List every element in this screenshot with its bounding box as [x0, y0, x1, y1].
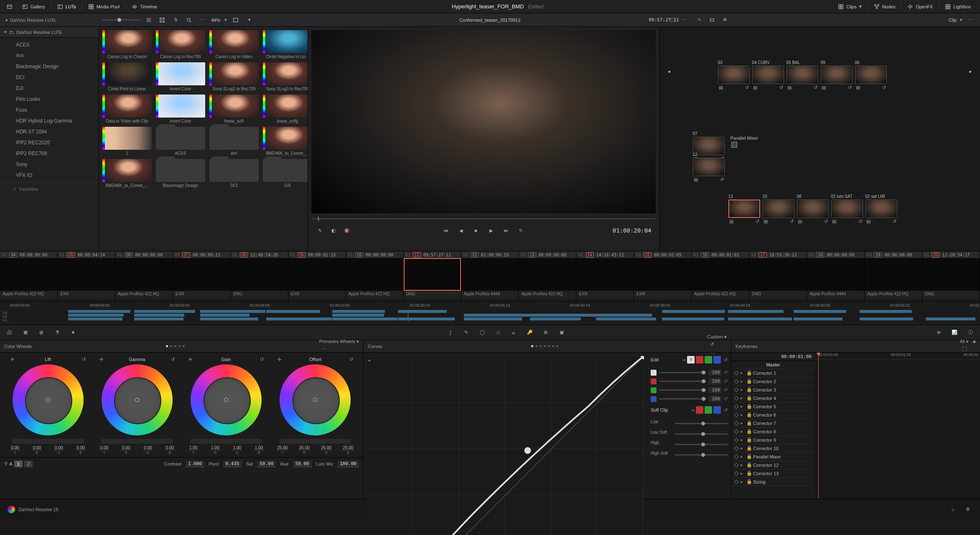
keyframe-row[interactable]: ▸🔒Corrector 9: [731, 436, 815, 444]
lut-folder-item[interactable]: Foos: [0, 105, 99, 115]
node[interactable]: 13▤↺: [728, 194, 760, 225]
mediapool-tab[interactable]: Media Pool: [84, 2, 124, 11]
wheel-value[interactable]: 0.00: [32, 445, 42, 451]
lut-item[interactable]: Blackmagic Design: [156, 159, 205, 188]
grid-view-icon[interactable]: [158, 15, 167, 25]
lut-item[interactable]: Canon Log to Cineon: [102, 30, 152, 59]
intensity-value[interactable]: 100: [709, 378, 721, 384]
clips-menu[interactable]: Clips ▾: [834, 2, 865, 11]
channel-g[interactable]: [705, 356, 712, 363]
thumb-size-slider[interactable]: [102, 19, 140, 20]
timeline-ruler[interactable]: 00:59:50:0000:59:56:0201:00:02:0401:00:0…: [0, 301, 980, 325]
node[interactable]: 08▤↺: [797, 194, 829, 225]
openfx-tab[interactable]: OpenFX: [903, 2, 937, 11]
options-icon-1[interactable]: ⋯: [198, 15, 207, 25]
reset-icon[interactable]: ↺: [724, 407, 728, 413]
clip-strip-item[interactable]: V11000:00:00:00Apple ProRes 422 HQ: [346, 251, 404, 301]
node[interactable]: 01 lum SAT▤↺: [831, 194, 863, 225]
lut-item[interactable]: Cintel Negative to Lin...: [263, 30, 308, 59]
node[interactable]: 03▤↺: [718, 60, 750, 91]
lut-folder-item[interactable]: DCI: [0, 72, 99, 83]
clip-strip-item[interactable]: V10400:00:00:00Apple ProRes 422 HQ: [0, 251, 58, 301]
picker-icon[interactable]: ✛: [98, 357, 104, 363]
softclip-b[interactable]: [713, 406, 721, 414]
lock-icon[interactable]: 🔒: [746, 471, 751, 476]
motion-icon[interactable]: ★: [69, 328, 78, 337]
wheel-value[interactable]: 0.00: [75, 445, 86, 451]
loop-icon[interactable]: ↻: [517, 226, 526, 235]
sizing-icon[interactable]: ⊞: [541, 328, 550, 337]
wheel-value[interactable]: 0.00: [10, 445, 20, 451]
track[interactable]: [10, 317, 980, 320]
wheel-value[interactable]: 1.00: [210, 445, 220, 451]
tree-arrow-icon[interactable]: ◂: [5, 17, 8, 23]
reset-icon[interactable]: ↺: [724, 396, 728, 402]
keyframe-row[interactable]: ▸🔒Sizing: [731, 478, 815, 486]
lock-icon[interactable]: 🔒: [746, 420, 751, 426]
clip-strip-item[interactable]: V11718:55:30:12DNG: [749, 251, 807, 301]
lut-tree-header[interactable]: ▾ 🗀 DaVinci Resolve LUTs: [0, 27, 99, 38]
window-icon[interactable]: ◯: [478, 328, 487, 337]
tree-arrow-icon[interactable]: ▸: [741, 412, 744, 417]
sat-value[interactable]: 50.00: [257, 461, 276, 467]
intensity-slider[interactable]: [659, 389, 706, 391]
color-wheels-icon[interactable]: ◎: [37, 328, 46, 337]
tree-arrow-icon[interactable]: ▸: [741, 379, 744, 384]
wheel-value[interactable]: 25.00: [276, 445, 289, 451]
clip-strip-item[interactable]: V12012:20:34:17DNG: [922, 251, 980, 301]
tree-arrow-icon[interactable]: ▸: [741, 420, 744, 426]
tree-arrow-icon[interactable]: ▸: [741, 370, 744, 376]
node[interactable]: 10▤↺: [763, 194, 794, 225]
jog-wheel[interactable]: [280, 439, 351, 444]
color-wheel[interactable]: [280, 364, 351, 435]
lock-icon[interactable]: 🔒: [746, 454, 751, 459]
wheel-value[interactable]: 1.00: [254, 445, 264, 451]
expand-icon[interactable]: ⛶: [960, 344, 969, 353]
reset-icon[interactable]: ↺: [724, 357, 728, 363]
picker-icon[interactable]: ✛: [188, 357, 193, 363]
lut-item[interactable]: DCI: [209, 159, 259, 188]
wheel-value[interactable]: 25.00: [341, 445, 354, 451]
intensity-value[interactable]: 100: [709, 369, 721, 376]
reset-icon[interactable]: ↺: [707, 340, 716, 349]
keyframe-row[interactable]: ▸🔒Corrector 10: [731, 444, 815, 453]
lut-item[interactable]: Sony SLog2 to Rec709: [209, 62, 259, 91]
lummix-value[interactable]: 100.00: [337, 461, 359, 467]
lut-item[interactable]: BMD46K_to_Comet_...: [263, 127, 308, 156]
lut-item[interactable]: BMD46K_to_Comet_...: [102, 159, 152, 188]
wheel-value[interactable]: 0.00: [165, 445, 175, 451]
search-icon[interactable]: [184, 15, 193, 25]
reset-icon[interactable]: ↺: [724, 387, 728, 393]
nodes-tab[interactable]: Nodes: [870, 2, 900, 11]
keyframe-row[interactable]: ▸🔒Corrector 13: [731, 469, 815, 478]
channel-r[interactable]: [696, 356, 703, 363]
keyframe-diamond-icon[interactable]: [734, 438, 738, 442]
softclip-slider[interactable]: [675, 444, 728, 445]
keyframe-diamond-icon[interactable]: [734, 446, 738, 451]
tree-arrow-icon[interactable]: ▸: [741, 404, 744, 409]
sort-icon[interactable]: ⇅: [171, 15, 180, 25]
chevron-down-icon[interactable]: ▾: [356, 339, 359, 344]
lut-item[interactable]: linear_softjj: [263, 95, 308, 123]
intensity-slider[interactable]: [659, 372, 706, 373]
clip-strip-item[interactable]: V11800:00:00:00Apple ProRes 4444: [807, 251, 865, 301]
lock-icon[interactable]: 🔒: [746, 445, 751, 451]
clip-strip-item[interactable]: V10900:00:01:13EXR: [288, 251, 346, 301]
keyframe-row[interactable]: ▸🔒Corrector 3: [731, 386, 815, 394]
lut-item[interactable]: linear_soft: [209, 95, 259, 123]
graph-output-anchor[interactable]: [969, 70, 972, 73]
intensity-value[interactable]: 100: [709, 387, 721, 393]
favorites-item[interactable]: ☆Favorites: [0, 182, 99, 193]
tree-arrow-icon[interactable]: ▸: [741, 395, 744, 401]
page-2[interactable]: 2: [24, 461, 33, 467]
lut-item[interactable]: ACES: [156, 127, 205, 156]
tree-arrow-icon[interactable]: ▸: [741, 479, 744, 484]
lut-item[interactable]: Sony SLog3 to Rec709: [263, 62, 308, 91]
timeline-tab[interactable]: Timeline: [127, 2, 161, 11]
keyframe-diamond-icon[interactable]: [734, 379, 738, 384]
graph-input-anchor[interactable]: [668, 70, 671, 73]
intensity-slider[interactable]: [659, 398, 706, 399]
tracking-icon[interactable]: ◇: [494, 328, 503, 337]
color-wheel[interactable]: [13, 364, 84, 435]
node[interactable]: 06▤↺: [855, 60, 887, 91]
